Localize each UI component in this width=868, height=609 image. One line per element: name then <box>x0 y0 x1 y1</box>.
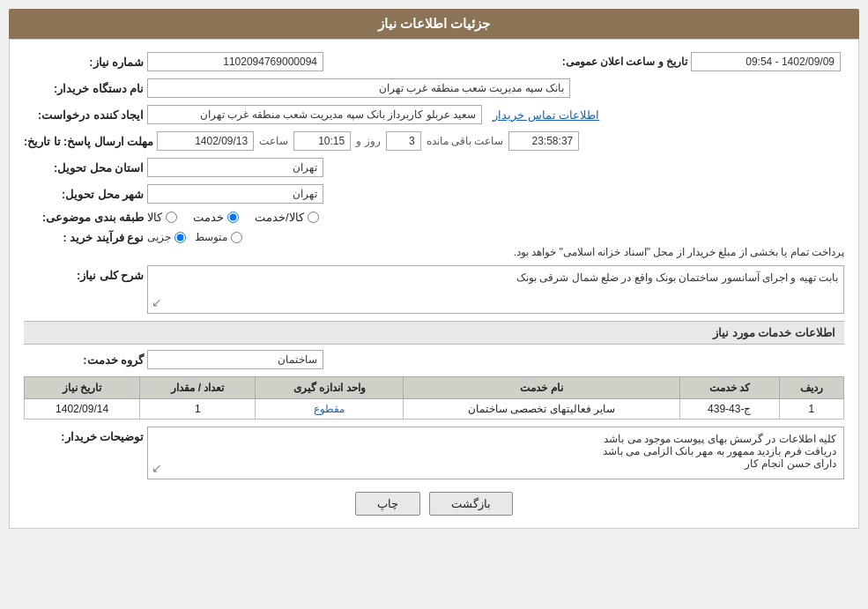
services-table: ردیف کد خدمت نام خدمت واحد اندازه گیری ت… <box>24 376 844 420</box>
rooz-label: روز و <box>356 135 380 147</box>
mohlat-label: مهلت ارسال پاسخ: تا تاریخ: <box>24 135 157 148</box>
buttons-row: بازگشت چاپ <box>24 492 844 516</box>
col-code: کد خدمت <box>679 377 779 399</box>
radio-jozi-input[interactable] <box>174 232 186 243</box>
sharh-niaz-box: بابت تهیه و اجرای آسانسور ساختمان بونک و… <box>147 265 844 314</box>
radio-khedmat[interactable]: خدمت <box>193 211 239 224</box>
row-nam-dastgah: نام دستگاه خریدار: بانک سپه مدیریت شعب م… <box>24 78 844 98</box>
tawzihat-line: کلیه اطلاعات در گرسش بهای پیوست موجود می… <box>155 433 836 445</box>
rooz-value: 3 <box>386 131 421 151</box>
radio-motavasset[interactable]: متوسط <box>195 231 242 243</box>
radio-jozi-label: جزیی <box>147 231 171 243</box>
radio-motavasset-label: متوسط <box>195 231 227 243</box>
tabaqe-label: طبقه بندی موضوعی: <box>24 211 147 224</box>
tarikhk-saate-label: تاریخ و ساعت اعلان عمومی: <box>562 56 691 68</box>
row-estan: استان محل تحویل: تهران <box>24 158 844 177</box>
tawzihat-container: کلیه اطلاعات در گرسش بهای پیوست موجود می… <box>147 427 844 479</box>
tawzihat-box: کلیه اطلاعات در گرسش بهای پیوست موجود می… <box>147 427 844 479</box>
nooe-farayand-content: جزیی متوسط پرداخت تمام یا بخشی از مبلغ خ… <box>147 231 844 258</box>
nooe-farayand-label: نوع فرآیند خرید : <box>24 231 147 244</box>
nam-dastgah-label: نام دستگاه خریدار: <box>24 82 147 95</box>
shahr-label: شهر محل تحویل: <box>24 188 147 201</box>
estan-label: استان محل تحویل: <box>24 161 147 175</box>
print-button[interactable]: چاپ <box>355 492 420 516</box>
saat-label: ساعت <box>259 135 288 147</box>
ijad-konande-value: سعید عربلو کاربرداز بانک سپه مدیریت شعب … <box>147 105 482 124</box>
date-row: 1402/09/13 ساعت 10:15 روز و 3 ساعت باقی … <box>157 131 579 151</box>
radio-kala-input[interactable] <box>166 212 177 223</box>
tabaqe-radio-group: کالا خدمت کالا/خدمت <box>147 211 319 224</box>
estan-value: تهران <box>147 158 323 177</box>
row-tawzihat: توضیحات خریدار: کلیه اطلاعات در گرسش بها… <box>24 427 844 479</box>
sharh-niaz-container: بابت تهیه و اجرای آسانسور ساختمان بونک و… <box>147 265 844 314</box>
tawzihat-line: دریافت فرم بازدید ممهور به مهر بانک الزا… <box>155 445 836 457</box>
gorohe-khedmat-label: گروه خدمت: <box>24 353 147 367</box>
cell-tedad: 1 <box>140 399 256 420</box>
row-gorohe-khedmat: گروه خدمت: ساختمان <box>24 350 844 369</box>
col-name: نام خدمت <box>404 377 679 399</box>
radio-khedmat-input[interactable] <box>227 212 239 223</box>
cell-code: ج-43-439 <box>679 399 779 420</box>
radio-jozi[interactable]: جزیی <box>147 231 186 243</box>
radio-kala[interactable]: کالا <box>147 211 177 224</box>
row-shahr: شهر محل تحویل: تهران <box>24 184 844 204</box>
tawzihat-label: توضیحات خریدار: <box>24 427 147 443</box>
radio-khedmat-label: خدمت <box>193 211 224 224</box>
tawzihat-line: دارای حسن انجام کار <box>155 457 836 470</box>
back-button[interactable]: بازگشت <box>429 492 513 516</box>
services-table-body: 1ج-43-439سایر فعالیتهای تخصصی ساختمانمقط… <box>25 399 844 420</box>
radio-kala-khedmat-input[interactable] <box>308 212 319 223</box>
col-tedad: تعداد / مقدار <box>140 377 256 399</box>
etela-tamas-link[interactable]: اطلاعات تماس خریدار <box>493 108 599 122</box>
cell-radif: 1 <box>779 399 843 420</box>
row-mohlat: مهلت ارسال پاسخ: تا تاریخ: 1402/09/13 سا… <box>24 131 844 151</box>
table-row: 1ج-43-439سایر فعالیتهای تخصصی ساختمانمقط… <box>25 399 844 420</box>
tarikhk-saate-value: 1402/09/09 - 09:54 <box>691 52 841 71</box>
saat-value: 10:15 <box>293 131 351 151</box>
cell-tarikh: 1402/09/14 <box>25 399 140 420</box>
radio-motavasset-input[interactable] <box>231 232 242 243</box>
page-wrapper: جزئیات اطلاعات نیاز شماره نیاز: 11020947… <box>0 0 868 609</box>
page-header: جزئیات اطلاعات نیاز <box>9 9 859 39</box>
row-tabaqe: طبقه بندی موضوعی: کالا خدمت کالا/خدمت <box>24 211 844 224</box>
date-main: 1402/09/13 <box>157 131 254 151</box>
col-radif: ردیف <box>779 377 843 399</box>
mande-value: 23:58:37 <box>508 131 579 151</box>
shahr-value: تهران <box>147 184 323 204</box>
shomara-niaz-label: شماره نیاز: <box>24 56 147 69</box>
table-header-row: ردیف کد خدمت نام خدمت واحد اندازه گیری ت… <box>25 377 844 399</box>
sharh-niaz-label: شرح کلی نیاز: <box>24 265 147 282</box>
shomara-niaz-value: 1102094769000094 <box>147 52 323 71</box>
row-shomara-tarikhk: شماره نیاز: 1102094769000094 تاریخ و ساع… <box>24 52 844 71</box>
nam-dastgah-value: بانک سپه مدیریت شعب منطقه غرب تهران <box>147 78 570 98</box>
tawzihat-lines: کلیه اطلاعات در گرسش بهای پیوست موجود می… <box>155 433 836 470</box>
col-vahed: واحد اندازه گیری <box>256 377 404 399</box>
radio-kala-khedmat-label: کالا/خدمت <box>255 211 304 224</box>
section-khadamat: اطلاعات خدمات مورد نیاز <box>24 321 844 345</box>
page-title: جزئیات اطلاعات نیاز <box>378 16 490 31</box>
proc-radio-row: جزیی متوسط <box>147 231 844 243</box>
main-card: شماره نیاز: 1102094769000094 تاریخ و ساع… <box>9 39 859 529</box>
mande-label: ساعت باقی مانده <box>427 135 504 147</box>
row-nooe-farayand: نوع فرآیند خرید : جزیی متوسط پرداخت تمام… <box>24 231 844 258</box>
tawzihat-resize-icon: ↙ <box>152 461 162 475</box>
radio-kala-khedmat[interactable]: کالا/خدمت <box>255 211 319 224</box>
cell-name: سایر فعالیتهای تخصصی ساختمان <box>404 399 679 420</box>
resize-icon: ↙ <box>152 295 162 309</box>
sharh-niaz-text: بابت تهیه و اجرای آسانسور ساختمان بونک و… <box>516 271 838 284</box>
row-ijad-konande: ایجاد کننده درخواست: سعید عربلو کاربرداز… <box>24 105 844 124</box>
ijad-konande-label: ایجاد کننده درخواست: <box>24 108 147 122</box>
radio-kala-label: کالا <box>147 211 162 224</box>
cell-vahed: مقطوع <box>256 399 404 420</box>
gorohe-khedmat-value: ساختمان <box>147 350 323 369</box>
col-tarikh: تاریخ نیاز <box>25 377 140 399</box>
row-sharh-niaz: شرح کلی نیاز: بابت تهیه و اجرای آسانسور … <box>24 265 844 314</box>
farayand-note: پرداخت تمام یا بخشی از مبلغ خریدار از مح… <box>147 246 844 258</box>
